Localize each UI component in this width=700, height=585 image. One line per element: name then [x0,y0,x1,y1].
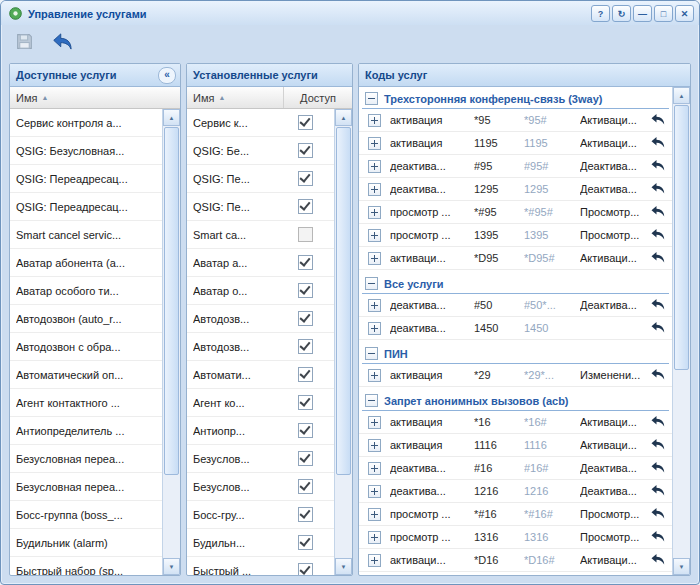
access-checkbox[interactable] [298,395,313,410]
code-row[interactable]: деактива... 1295 1295 Деактива... [359,178,672,201]
installed-column-header[interactable]: Имя ▲ Доступ [187,87,352,109]
expand-row-icon[interactable] [368,439,381,452]
list-item[interactable]: Безусловная переа... [10,473,162,501]
list-item[interactable]: Автомати... [187,361,334,389]
expand-row-icon[interactable] [368,322,381,335]
scrollbar-track[interactable] [673,104,690,558]
access-checkbox[interactable] [298,311,313,326]
scrollbar-track[interactable] [163,126,180,558]
list-item[interactable]: Будильник (alarm) [10,529,162,557]
codes-scrollbar[interactable]: ▲ ▼ [672,87,690,575]
list-item[interactable]: Автодозвон (auto_r... [10,305,162,333]
collapse-panel-icon[interactable]: « [158,67,176,84]
list-item[interactable]: Безуслов... [187,445,334,473]
access-checkbox[interactable] [298,507,313,522]
undo-row-icon[interactable] [644,485,672,497]
access-checkbox[interactable] [298,227,313,242]
code-row[interactable]: деактива... #16 #16# Деактива... [359,457,672,480]
list-item[interactable]: Сервис контроля а... [10,109,162,137]
expand-row-icon[interactable] [368,462,381,475]
expand-row-icon[interactable] [368,114,381,127]
group-header[interactable]: Запрет анонимных вызовов (acb) [362,392,669,411]
code-row[interactable]: активаци... *D95 *D95# Активаци... [359,247,672,270]
scroll-up-icon[interactable]: ▲ [335,109,352,126]
scrollbar-thumb[interactable] [336,127,351,475]
undo-row-icon[interactable] [644,531,672,543]
code-row[interactable]: просмотр ... *#16 *#16# Просмотр... [359,503,672,526]
expand-row-icon[interactable] [368,229,381,242]
undo-row-icon[interactable] [644,183,672,195]
list-item[interactable]: Агент контактного ... [10,389,162,417]
list-item[interactable]: QSIG: Переадресац... [10,193,162,221]
list-item[interactable]: QSIG: Переадресац... [10,165,162,193]
code-row[interactable]: активация *29 *29*... Изменени... [359,364,672,387]
collapse-group-icon[interactable] [365,92,378,105]
installed-scrollbar[interactable]: ▲ ▼ [334,109,352,575]
undo-row-icon[interactable] [644,462,672,474]
help-button[interactable]: ? [591,5,610,22]
access-checkbox[interactable] [298,283,313,298]
access-checkbox[interactable] [298,171,313,186]
undo-row-icon[interactable] [644,439,672,451]
access-checkbox[interactable] [298,143,313,158]
collapse-group-icon[interactable] [365,347,378,360]
list-item[interactable]: Smart ca... [187,221,334,249]
expand-row-icon[interactable] [368,160,381,173]
list-item[interactable]: Антиопределитель ... [10,417,162,445]
list-item[interactable]: Сервис к... [187,109,334,137]
expand-row-icon[interactable] [368,183,381,196]
list-item[interactable]: Будильн... [187,529,334,557]
scroll-down-icon[interactable]: ▼ [163,558,180,575]
refresh-button[interactable]: ↻ [612,5,631,22]
access-checkbox[interactable] [298,563,313,575]
list-item[interactable]: QSIG: Бе... [187,137,334,165]
access-checkbox[interactable] [298,423,313,438]
code-row[interactable]: деактива... 1216 1216 Деактива... [359,480,672,503]
scroll-up-icon[interactable]: ▲ [163,109,180,126]
list-item[interactable]: Антиопр... [187,417,334,445]
window-titlebar[interactable]: Управление услугами ? ↻ — □ ✕ [1,1,699,25]
available-scrollbar[interactable]: ▲ ▼ [162,109,180,575]
undo-row-icon[interactable] [644,369,672,381]
code-row[interactable]: активация 1116 1116 Активаци... [359,434,672,457]
group-header[interactable]: Все услуги [362,275,669,294]
access-checkbox[interactable] [298,255,313,270]
scroll-up-icon[interactable]: ▲ [673,87,690,104]
code-row[interactable]: активация 1195 1195 Активаци... [359,132,672,155]
code-row[interactable]: просмотр ... *#95 *#95# Просмотр... [359,201,672,224]
expand-row-icon[interactable] [368,531,381,544]
list-item[interactable]: Босс-гру... [187,501,334,529]
list-item[interactable]: Автодозв... [187,305,334,333]
scrollbar-thumb[interactable] [674,105,689,370]
expand-row-icon[interactable] [368,137,381,150]
undo-row-icon[interactable] [644,508,672,520]
collapse-group-icon[interactable] [365,394,378,407]
code-row[interactable]: активация *95 *95# Активаци... [359,109,672,132]
list-item[interactable]: Аватар о... [187,277,334,305]
undo-row-icon[interactable] [644,416,672,428]
available-column-header[interactable]: Имя ▲ [10,87,180,109]
expand-row-icon[interactable] [368,416,381,429]
scroll-down-icon[interactable]: ▼ [335,558,352,575]
list-item[interactable]: Босс-группа (boss_... [10,501,162,529]
list-item[interactable]: Аватар абонента (а... [10,249,162,277]
scrollbar-thumb[interactable] [164,127,179,475]
scrollbar-track[interactable] [335,126,352,558]
code-row[interactable]: просмотр ... 1395 1395 Просмотр... [359,224,672,247]
list-item[interactable]: QSIG: Пе... [187,165,334,193]
code-row[interactable]: деактива... #50 #50*... Деактива... [359,294,672,317]
expand-row-icon[interactable] [368,554,381,567]
list-item[interactable]: Агент ко... [187,389,334,417]
code-row[interactable]: активаци... *D16 *D16# Активаци... [359,549,672,572]
list-item[interactable]: Безуслов... [187,473,334,501]
access-checkbox[interactable] [298,199,313,214]
group-header[interactable]: Трехсторонняя конференц-связь (3way) [362,90,669,109]
access-checkbox[interactable] [298,535,313,550]
access-checkbox[interactable] [298,479,313,494]
list-item[interactable]: Быстрый набор (sp... [10,557,162,575]
list-item[interactable]: Быстрый ... [187,557,334,575]
undo-row-icon[interactable] [644,160,672,172]
list-item[interactable]: Автодозв... [187,333,334,361]
list-item[interactable]: QSIG: Пе... [187,193,334,221]
minimize-button[interactable]: — [633,5,652,22]
